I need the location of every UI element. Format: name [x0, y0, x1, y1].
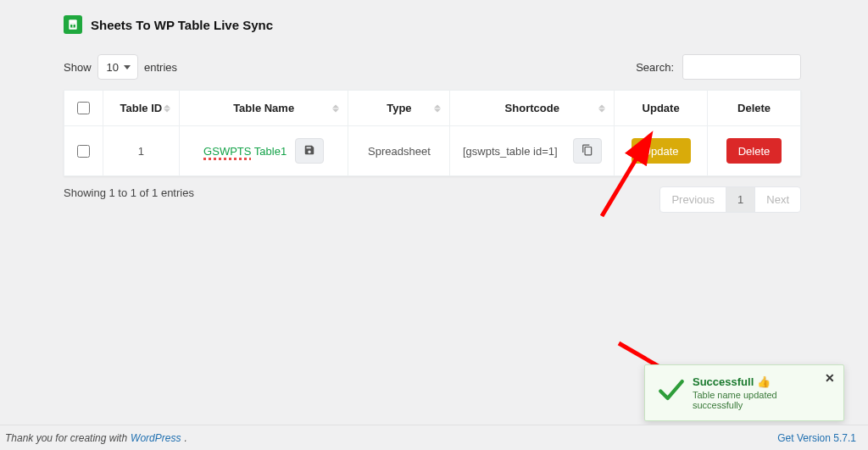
success-toast: ✕ Successfull 👍 Table name updated succe…	[644, 364, 844, 421]
sort-icon	[332, 104, 339, 112]
show-label: Show	[64, 61, 92, 74]
tables-list: Table ID Table Name Type Shortcode	[64, 90, 801, 176]
row-select-checkbox[interactable]	[77, 145, 90, 158]
update-button[interactable]: Update	[632, 138, 691, 164]
page-size-value: 10	[107, 61, 119, 74]
thumbs-up-icon: 👍	[757, 375, 771, 388]
search-input[interactable]	[682, 54, 801, 80]
wordpress-link[interactable]: WordPress	[131, 432, 181, 444]
column-header-id[interactable]: Table ID	[103, 91, 179, 126]
entries-label: entries	[144, 61, 177, 74]
pager-previous[interactable]: Previous	[660, 187, 726, 212]
column-header-delete: Delete	[708, 91, 801, 126]
footer-thank-text: Thank you for creating with	[5, 432, 127, 444]
delete-button[interactable]: Delete	[726, 138, 782, 164]
column-header-update: Update	[615, 91, 708, 126]
pager-page-current[interactable]: 1	[726, 187, 755, 212]
page-title: Sheets To WP Table Live Sync	[91, 18, 273, 32]
copy-shortcode-button[interactable]	[573, 138, 602, 164]
showing-entries-text: Showing 1 to 1 of 1 entries	[64, 186, 194, 199]
select-all-checkbox[interactable]	[77, 102, 90, 114]
toast-message: Table name updated successfully	[693, 390, 818, 410]
column-header-type[interactable]: Type	[348, 91, 450, 126]
sort-icon	[598, 104, 605, 112]
toast-close-button[interactable]: ✕	[825, 371, 835, 385]
pager-next[interactable]: Next	[755, 187, 800, 212]
entries-length-control: Show 10 entries	[64, 54, 177, 80]
save-name-button[interactable]	[295, 138, 324, 164]
save-icon	[303, 144, 315, 158]
column-header-select	[64, 91, 103, 126]
sort-icon	[164, 104, 170, 112]
app-logo-icon	[64, 15, 82, 34]
column-header-name[interactable]: Table Name	[179, 91, 348, 126]
caret-down-icon	[124, 65, 131, 69]
table-row: 1 GSWPTS Table1 Spreadsheet	[64, 126, 801, 176]
admin-footer: Thank you for creating with WordPress. G…	[0, 425, 868, 450]
table-name-link[interactable]: GSWPTS Table1	[203, 145, 287, 158]
sort-icon	[434, 104, 441, 112]
cell-id: 1	[103, 126, 179, 176]
cell-type: Spreadsheet	[348, 126, 450, 176]
column-header-shortcode[interactable]: Shortcode	[450, 91, 615, 126]
toast-title: Successfull	[693, 375, 754, 388]
search-label: Search:	[636, 61, 674, 74]
pagination: Previous 1 Next	[659, 186, 801, 213]
cell-shortcode: [gswpts_table id=1]	[463, 145, 558, 158]
page-header: Sheets To WP Table Live Sync	[64, 15, 801, 34]
copy-icon	[581, 144, 593, 158]
get-version-link[interactable]: Get Version 5.7.1	[777, 432, 856, 444]
checkmark-icon	[657, 375, 686, 407]
svg-rect-3	[72, 24, 73, 28]
page-size-select[interactable]: 10	[97, 54, 138, 80]
